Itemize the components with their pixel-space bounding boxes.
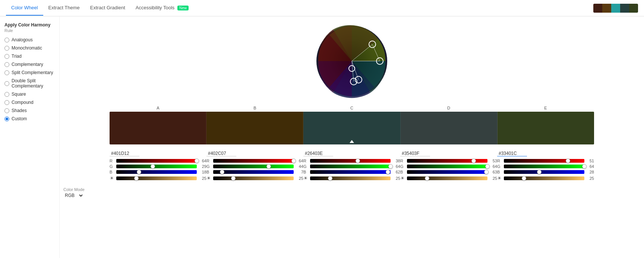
g-slider-1-track[interactable] [213,165,294,168]
sidebar-item-custom[interactable]: Custom [4,116,55,121]
hex-value-d[interactable]: #35403F [400,151,430,156]
sidebar-item-split-complementary[interactable]: Split Complementary [4,70,55,75]
b-slider-2-label: B [303,170,308,174]
hex-value-b[interactable]: #402C07 [206,151,236,156]
brightness-slider-1-thumb[interactable] [231,176,236,181]
r-slider-3-thumb[interactable] [471,159,476,163]
b-slider-0-value: 18 [199,170,206,174]
b-slider-4-value: 28 [587,170,594,174]
b-slider-4-track[interactable] [504,170,584,174]
g-slider-0-thumb[interactable] [151,164,155,169]
brightness-slider-1-row: ☀25 [206,175,303,181]
r-slider-0-track[interactable] [116,159,197,163]
sidebar-item-analogous[interactable]: Analogous [4,37,55,42]
brightness-slider-2-row: ☀25 [303,175,400,181]
tab-extract-theme[interactable]: Extract Theme [43,0,85,16]
r-slider-0-thumb[interactable] [195,159,199,163]
b-slider-0-track[interactable] [116,170,197,174]
g-slider-1-label: G [206,164,211,169]
r-slider-4-value: 51 [587,159,594,163]
color-mode-select[interactable]: RGB HSL HSB CMYK [63,192,84,198]
b-slider-3-track[interactable] [407,170,487,174]
b-slider-4-thumb[interactable] [537,170,542,174]
brightness-slider-0-thumb[interactable] [134,176,139,181]
sidebar-item-compound[interactable]: Compound [4,100,55,105]
b-slider-1-track[interactable] [213,170,294,174]
sidebar-item-triad[interactable]: Triad [4,54,55,59]
brightness-slider-4-thumb[interactable] [522,176,526,181]
swatch-bar-d[interactable] [401,112,498,144]
swatch-bar-c[interactable] [303,112,400,144]
hex-value-e[interactable]: #33401C [497,151,527,156]
r-slider-1-thumb[interactable] [291,159,296,163]
color-control-c: #26403ER38G64B62☀25 [303,148,400,184]
r-slider-2-track[interactable] [310,159,391,163]
radio-circle [4,70,9,75]
g-slider-4-track[interactable] [504,165,584,168]
r-slider-3-track[interactable] [407,159,487,163]
b-slider-1-thumb[interactable] [220,170,224,174]
g-slider-4-label: G [497,164,502,169]
color-preview-bar [593,4,638,13]
swatch-bars[interactable] [110,112,594,144]
preview-swatch-c [611,4,620,13]
sidebar-item-monochromatic[interactable]: Monochromatic [4,45,55,51]
g-slider-2-row: G64 [303,164,400,169]
g-slider-0-label: G [110,164,114,169]
brightness-slider-4-value: 25 [587,176,594,181]
g-slider-0-track[interactable] [116,165,197,168]
g-slider-3-thumb[interactable] [485,164,490,169]
sidebar-item-square[interactable]: Square [4,92,55,97]
radio-list: AnalogousMonochromaticTriadComplementary… [4,37,55,121]
b-slider-2-thumb[interactable] [386,170,390,174]
brightness-slider-2-track[interactable] [310,176,391,180]
brightness-slider-0-track[interactable] [116,176,197,180]
swatch-label-d: D [400,106,497,110]
brightness-slider-3-row: ☀25 [400,175,497,181]
g-slider-2-thumb[interactable] [388,164,393,169]
tab-accessibility-tools[interactable]: Accessibility Tools New [130,0,194,16]
hex-value-c[interactable]: #26403E [303,151,333,156]
g-slider-3-track[interactable] [407,165,487,168]
brightness-slider-3-label: ☀ [400,175,405,181]
swatch-bar-e[interactable] [498,112,594,144]
tab-extract-gradient[interactable]: Extract Gradient [85,0,130,16]
hex-value-a[interactable]: #401D12 [110,151,139,156]
sidebar-item-shades[interactable]: Shades [4,108,55,113]
b-slider-2-track[interactable] [310,170,391,174]
r-slider-4-thumb[interactable] [566,159,570,163]
brightness-slider-3-track[interactable] [407,176,487,180]
swatch-bar-b[interactable] [206,112,303,144]
radio-label: Square [12,92,26,97]
g-slider-4-thumb[interactable] [582,164,587,169]
b-slider-0-row: B18 [110,170,206,174]
swatch-bar-a[interactable] [110,112,206,144]
brightness-slider-2-value: 25 [393,176,400,181]
color-wheel[interactable] [315,24,389,98]
radio-circle [4,46,9,51]
swatch-label-c: C [303,106,400,110]
radio-circle [4,117,9,121]
b-slider-3-thumb[interactable] [484,170,489,174]
b-slider-0-thumb[interactable] [137,170,141,174]
sidebar-item-complementary[interactable]: Complementary [4,62,55,67]
brightness-slider-3-thumb[interactable] [425,176,429,181]
color-control-b: #402C07R64G44B7☀25 [206,148,303,184]
sidebar-item-double-split-complementary[interactable]: Double Split Complementary [4,78,55,89]
nav-tabs: Color Wheel Extract Theme Extract Gradie… [6,0,194,16]
brightness-slider-4-track[interactable] [504,176,584,180]
brightness-slider-1-track[interactable] [213,176,294,180]
r-slider-2-row: R38 [303,159,400,163]
r-slider-2-thumb[interactable] [356,159,360,163]
r-slider-4-track[interactable] [504,159,584,163]
b-slider-4-row: B28 [497,170,594,174]
radio-label: Compound [12,100,34,105]
g-slider-1-thumb[interactable] [266,164,271,169]
r-slider-1-value: 64 [296,159,303,163]
brightness-slider-2-thumb[interactable] [328,176,332,181]
b-slider-2-value: 62 [393,170,400,174]
r-slider-1-track[interactable] [213,159,294,163]
g-slider-3-label: G [400,164,405,169]
g-slider-2-track[interactable] [310,165,391,168]
tab-color-wheel[interactable]: Color Wheel [6,0,43,16]
